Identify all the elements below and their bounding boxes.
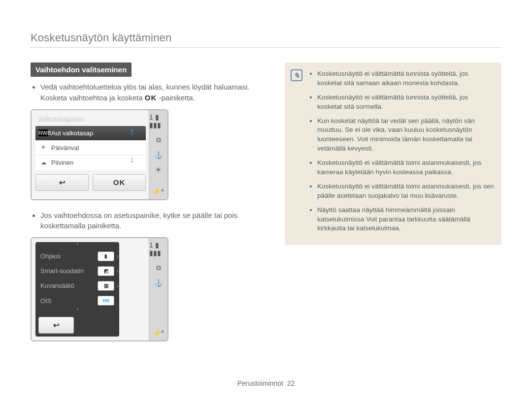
setting-ohjaus[interactable]: Ohjaus ▮› <box>38 249 116 264</box>
info-item-6: Näyttö saattaa näyttää himmeämmältä jois… <box>317 206 495 234</box>
shot-count: 1 ▮ ▮▮▮ <box>149 113 167 129</box>
card-icon-2: ▮ <box>155 241 159 249</box>
section-heading: Vaihtoehdon valitseminen <box>31 62 132 77</box>
sun-icon: ☀ <box>38 144 48 151</box>
page-footer: Perustoiminnot 22 <box>0 379 532 387</box>
ois-icon: ⚓ <box>154 151 163 159</box>
chevron-up-icon: ˄ <box>38 243 116 249</box>
camera-indicators-2: 1 ▮ ▮▮▮ ⧉ ⚓ ⚡ᴬ <box>149 238 167 340</box>
setting-ohjaus-toggle[interactable]: ▮› <box>98 251 114 261</box>
card-icon: ▮ <box>155 113 159 121</box>
setting-kuva[interactable]: Kuvansäätö ▥› <box>38 278 116 293</box>
footer-label: Perustoiminnot <box>237 379 283 387</box>
setting-ohjaus-label: Ohjaus <box>40 252 61 260</box>
screenshot-white-balance: Valkotasapaino RWB Aut valkotasap ☀ Päiv… <box>31 109 168 200</box>
ok-button[interactable]: OK <box>93 174 146 191</box>
instruction-1: Vedä vaihtoehtoluetteloa ylös tai alas, … <box>40 82 271 103</box>
instruction-1-tail: -painiketta. <box>159 93 195 102</box>
ok-label-inline: OK <box>145 93 157 102</box>
chevron-down-icon: ˅ <box>38 308 116 314</box>
back-button-2[interactable]: ↩ <box>38 317 74 334</box>
frame-icon: ⧉ <box>156 136 161 144</box>
info-item-5: Kosketusnäyttö ei välttämättä toimi asia… <box>317 182 495 201</box>
info-item-1: Kosketusnäyttö ei välttämättä tunnista s… <box>317 69 495 88</box>
frame-icon-2: ⧉ <box>156 264 161 272</box>
setting-kuva-toggle[interactable]: ▥› <box>98 281 114 291</box>
page-title: Kosketusnäytön käyttäminen <box>31 31 501 48</box>
flash-auto-icon: ⚡ᴬ <box>153 187 164 195</box>
battery-icon: ▮▮▮ <box>149 121 161 129</box>
setting-ois-toggle[interactable]: ON <box>98 296 114 306</box>
camera-indicators: 1 ▮ ▮▮▮ ⧉ ⚓ ☀ ⚡ᴬ <box>149 110 167 199</box>
wb-item-auto-label: Aut valkotasap <box>51 129 93 137</box>
rwb-icon: RWB <box>38 129 48 136</box>
info-item-4: Kosketusnäyttö ei välttämättä toimi asia… <box>317 158 495 177</box>
wb-item-cloudy-label: Pilvinen <box>51 159 74 166</box>
instruction-2: Jos vaihtoehdossa on asetuspainike, kytk… <box>40 210 271 232</box>
ois-icon-2: ⚓ <box>154 279 163 287</box>
info-item-3: Kun kosketat näyttöä tai vedät sen pääll… <box>317 117 495 154</box>
flash-auto-icon-2: ⚡ᴬ <box>153 329 164 337</box>
shot-count-2: 1 ▮ ▮▮▮ <box>149 241 167 257</box>
screenshot-settings: ˄ Ohjaus ▮› Smart-suodatin ◩› Kuvansäätö… <box>31 237 168 341</box>
info-icon: ✎ <box>291 69 302 81</box>
setting-smart-label: Smart-suodatin <box>40 267 84 275</box>
scroll-arrows-icon <box>127 128 137 162</box>
setting-kuva-label: Kuvansäätö <box>40 282 74 289</box>
wb-title: Valkotasapaino <box>35 114 146 126</box>
page-number: 22 <box>287 379 295 387</box>
info-item-2: Kosketusnäyttö ei välttämättä tunnista s… <box>317 93 495 112</box>
brightness-icon: ☀ <box>155 166 162 174</box>
wb-item-daylight-label: Päivänval <box>51 144 79 152</box>
setting-ois[interactable]: OIS ON <box>38 293 116 308</box>
back-button[interactable]: ↩ <box>35 174 89 191</box>
setting-smart[interactable]: Smart-suodatin ◩› <box>38 264 116 278</box>
battery-icon-2: ▮▮▮ <box>149 249 161 257</box>
cloud-icon: ☁ <box>38 159 48 166</box>
info-box: ✎ Kosketusnäyttö ei välttämättä tunnista… <box>285 62 501 245</box>
setting-ois-label: OIS <box>40 297 51 305</box>
setting-smart-toggle[interactable]: ◩› <box>98 266 114 276</box>
